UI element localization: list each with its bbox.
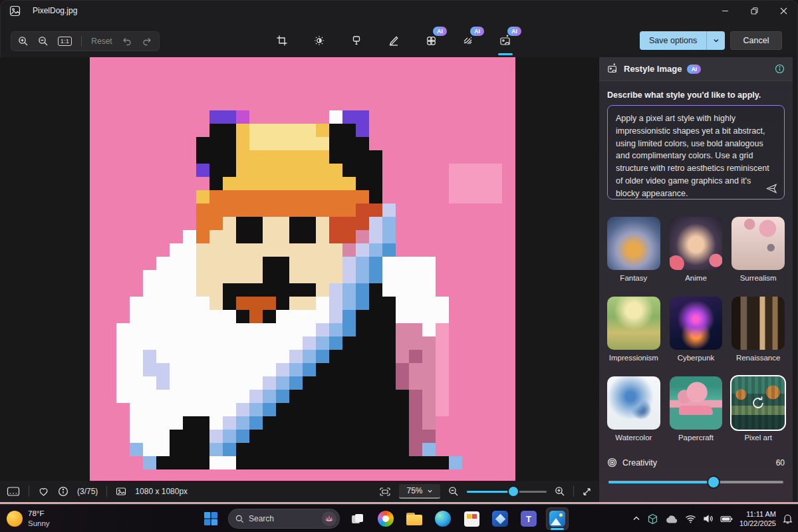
style-card-anime[interactable]: Anime bbox=[670, 217, 723, 282]
erase-ai-tool[interactable]: AI bbox=[412, 30, 450, 51]
notification-bell-icon[interactable] bbox=[783, 513, 793, 524]
photos-taskbar-icon[interactable] bbox=[546, 507, 569, 530]
tray-chevron-up-icon[interactable] bbox=[632, 515, 640, 523]
zoom-level-value: 75% bbox=[406, 486, 422, 495]
sun-icon bbox=[7, 511, 23, 527]
creativity-value: 60 bbox=[776, 458, 785, 467]
tray-app-icon[interactable] bbox=[647, 513, 658, 525]
zoom-slider[interactable] bbox=[467, 487, 547, 496]
task-view-button[interactable] bbox=[346, 507, 368, 530]
weather-widget[interactable]: 78°F Sunny bbox=[7, 509, 50, 528]
style-thumbnail[interactable] bbox=[607, 376, 660, 430]
style-thumbnail[interactable] bbox=[732, 297, 785, 350]
close-button[interactable] bbox=[769, 0, 798, 21]
creativity-row: Creativity 60 bbox=[607, 458, 785, 467]
favorite-icon[interactable] bbox=[38, 486, 49, 497]
style-thumbnail[interactable] bbox=[670, 376, 723, 430]
style-thumbnail[interactable] bbox=[732, 217, 785, 270]
divider bbox=[81, 36, 82, 47]
search-box[interactable]: Search bbox=[228, 509, 340, 529]
style-thumbnail[interactable] bbox=[607, 297, 660, 350]
style-card-cyberpunk[interactable]: Cyberpunk bbox=[670, 297, 723, 362]
restyle-panel: Restyle Image AI Describe what style you… bbox=[598, 57, 793, 502]
prompt-label: Describe what style you'd like to apply. bbox=[607, 90, 785, 100]
teams-icon[interactable]: T bbox=[517, 507, 540, 530]
zoom-out-icon[interactable] bbox=[448, 486, 459, 497]
background-ai-tool[interactable]: AI bbox=[450, 30, 487, 51]
style-thumbnail[interactable] bbox=[607, 217, 660, 270]
photo-stage bbox=[0, 57, 598, 481]
cancel-button[interactable]: Cancel bbox=[730, 31, 782, 50]
zoom-slider-thumb[interactable] bbox=[509, 487, 518, 496]
creativity-slider-fill bbox=[608, 481, 714, 483]
ai-badge: AI bbox=[687, 65, 701, 74]
pc-manager-icon[interactable] bbox=[489, 507, 511, 530]
onedrive-icon[interactable] bbox=[665, 515, 678, 523]
volume-icon[interactable] bbox=[703, 514, 714, 523]
zoom-slider-fill bbox=[467, 491, 513, 493]
battery-icon[interactable] bbox=[720, 515, 733, 523]
redo-icon[interactable] bbox=[142, 36, 152, 47]
style-label: Anime bbox=[670, 274, 723, 282]
filter-tool[interactable] bbox=[338, 30, 375, 51]
style-label: Surrealism bbox=[732, 274, 785, 282]
send-prompt-icon[interactable] bbox=[766, 184, 777, 194]
style-card-renaissance[interactable]: Renaissance bbox=[732, 297, 785, 362]
zoom-level-select[interactable]: 75% bbox=[399, 484, 440, 499]
style-card-watercolor[interactable]: Watercolor bbox=[607, 376, 660, 442]
creativity-slider-thumb[interactable] bbox=[708, 477, 719, 487]
style-thumbnail-selected[interactable] bbox=[732, 376, 785, 430]
fullscreen-icon[interactable] bbox=[582, 487, 592, 497]
save-options-dropdown[interactable] bbox=[706, 31, 725, 50]
clock[interactable]: 11:11 AM 10/22/2025 bbox=[739, 509, 776, 529]
clock-date: 10/22/2025 bbox=[739, 519, 776, 528]
undo-icon[interactable] bbox=[122, 36, 132, 47]
clock-time: 11:11 AM bbox=[739, 509, 776, 519]
system-tray: 11:11 AM 10/22/2025 bbox=[632, 505, 793, 532]
actual-size-button[interactable]: 1:1 bbox=[58, 37, 72, 46]
style-card-pixel-art[interactable]: Pixel art bbox=[732, 376, 785, 442]
microsoft-store-icon[interactable] bbox=[460, 507, 483, 530]
zoom-out-icon[interactable] bbox=[38, 36, 49, 47]
panel-title: Restyle Image bbox=[624, 64, 682, 74]
image-dimensions: 1080 x 1080px bbox=[135, 487, 188, 496]
style-card-impressionism[interactable]: Impressionism bbox=[607, 297, 660, 362]
style-card-surrealism[interactable]: Surrealism bbox=[732, 217, 785, 282]
start-button[interactable] bbox=[200, 507, 222, 530]
adjust-tool[interactable] bbox=[301, 30, 338, 51]
style-thumbnail[interactable] bbox=[670, 297, 723, 350]
edge-browser-icon[interactable] bbox=[432, 507, 454, 530]
copilot-icon[interactable] bbox=[374, 507, 397, 530]
style-card-fantasy[interactable]: Fantasy bbox=[607, 217, 660, 282]
photo-canvas[interactable] bbox=[90, 57, 515, 483]
markup-tool[interactable] bbox=[375, 30, 412, 51]
creativity-slider[interactable] bbox=[608, 477, 783, 487]
wifi-icon[interactable] bbox=[685, 515, 696, 523]
style-prompt-input[interactable]: Apply a pixel art style with highly impr… bbox=[607, 105, 785, 200]
minimize-button[interactable] bbox=[710, 0, 739, 21]
zoom-in-icon[interactable] bbox=[18, 36, 29, 47]
regenerate-icon[interactable] bbox=[732, 376, 785, 430]
ai-badge: AI bbox=[433, 27, 447, 36]
photos-app-icon bbox=[9, 5, 21, 17]
zoom-in-icon[interactable] bbox=[555, 486, 565, 497]
save-options-button[interactable]: Save options bbox=[640, 31, 706, 50]
style-thumbnail[interactable] bbox=[670, 217, 723, 270]
filmstrip-icon[interactable] bbox=[7, 486, 20, 497]
status-bar: (3/75) 1080 x 1080px 75% bbox=[0, 481, 598, 502]
creativity-label: Creativity bbox=[622, 458, 657, 467]
style-card-papercraft[interactable]: Papercraft bbox=[670, 376, 723, 442]
divider bbox=[106, 486, 107, 497]
crop-tool[interactable] bbox=[263, 30, 301, 51]
reset-button[interactable]: Reset bbox=[91, 37, 112, 46]
file-explorer-icon[interactable] bbox=[403, 507, 426, 530]
style-label: Cyberpunk bbox=[670, 354, 723, 362]
fit-to-window-icon[interactable] bbox=[379, 487, 391, 497]
restyle-ai-tool[interactable]: AI bbox=[487, 30, 524, 51]
style-label: Watercolor bbox=[607, 434, 660, 442]
restore-button[interactable] bbox=[739, 0, 769, 21]
style-label: Papercraft bbox=[670, 434, 723, 442]
file-info-icon[interactable] bbox=[58, 486, 68, 497]
active-app-indicator bbox=[551, 528, 564, 530]
info-icon[interactable] bbox=[775, 64, 785, 74]
